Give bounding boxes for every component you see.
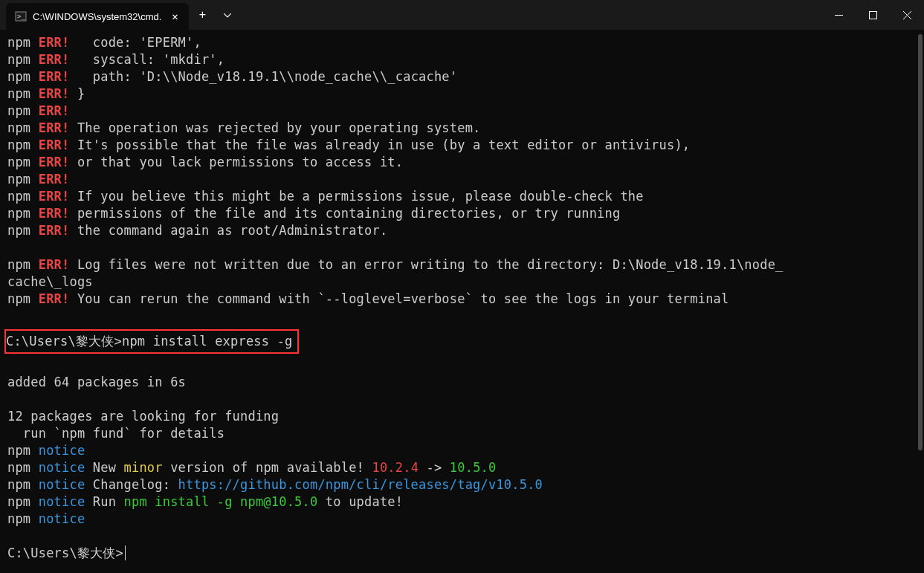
prompt-text: C:\Users\黎大侠> xyxy=(6,334,122,349)
minor-word: minor xyxy=(124,460,163,475)
terminal-line: npm ERR! the command again as root/Admin… xyxy=(7,222,917,239)
terminal-line: npm ERR! syscall: 'mkdir', xyxy=(7,51,917,68)
terminal-line: npm ERR! or that you lack permissions to… xyxy=(7,154,917,171)
terminal-line: run `npm fund` for details xyxy=(7,425,917,442)
window-titlebar: >_ C:\WINDOWS\system32\cmd. ✕ + xyxy=(0,0,924,30)
terminal-line: npm ERR! You can rerun the command with … xyxy=(7,291,917,308)
new-tab-button[interactable]: + xyxy=(189,8,216,22)
cmd-icon: >_ xyxy=(15,10,27,22)
maximize-button[interactable] xyxy=(856,0,890,30)
terminal-line xyxy=(7,391,917,408)
terminal-line: cache\_logs xyxy=(7,273,917,291)
install-command: npm install -g npm@10.5.0 xyxy=(124,494,318,509)
window-controls xyxy=(821,0,924,30)
svg-text:>_: >_ xyxy=(17,13,25,20)
vertical-scrollbar[interactable] xyxy=(918,34,923,450)
terminal-line: npm ERR! } xyxy=(7,85,917,103)
terminal-line: npm ERR! path: 'D:\\Node_v18.19.1\\node_… xyxy=(7,68,917,85)
minimize-button[interactable] xyxy=(821,0,856,30)
tab-title-text: C:\WINDOWS\system32\cmd. xyxy=(33,11,161,22)
notice-text: version of npm available! xyxy=(163,460,372,475)
terminal-line: npm ERR! It's possible that the file was… xyxy=(7,137,917,154)
changelog-url: https://github.com/npm/cli/releases/tag/… xyxy=(178,477,543,492)
command-text: npm install express -g xyxy=(122,334,293,349)
notice-blank xyxy=(85,443,92,458)
notice-text: New xyxy=(85,460,123,475)
terminal-line: added 64 packages in 6s xyxy=(7,374,917,391)
new-version: 10.5.0 xyxy=(450,460,497,475)
arrow-text: -> xyxy=(419,460,450,475)
notice-text: Run xyxy=(85,494,123,509)
terminal-line: npm ERR! xyxy=(7,171,917,188)
close-window-button[interactable] xyxy=(890,0,924,30)
terminal-line: npm ERR! If you believe this might be a … xyxy=(7,188,917,205)
svg-rect-3 xyxy=(869,11,876,19)
terminal-line: npm ERR! Log files were not written due … xyxy=(7,256,917,273)
notice-blank xyxy=(85,511,92,526)
terminal-line: npm ERR! permissions of the file and its… xyxy=(7,205,917,222)
terminal-output[interactable]: npm ERR! code: 'EPERM',npm ERR! syscall:… xyxy=(0,30,924,566)
cursor xyxy=(125,546,126,560)
terminal-tab[interactable]: >_ C:\WINDOWS\system32\cmd. ✕ xyxy=(6,3,189,30)
terminal-line: npm ERR! code: 'EPERM', xyxy=(7,34,917,51)
final-prompt: C:\Users\黎大侠> xyxy=(7,546,123,560)
command-highlight-box: C:\Users\黎大侠>npm install express -g xyxy=(4,329,299,354)
tab-dropdown-button[interactable] xyxy=(216,11,239,19)
old-version: 10.2.4 xyxy=(372,460,419,475)
notice-text: to update! xyxy=(317,494,403,509)
terminal-line: npm ERR! xyxy=(7,103,917,120)
tab-close-button[interactable]: ✕ xyxy=(167,10,182,23)
terminal-line: 12 packages are looking for funding xyxy=(7,408,917,425)
notice-text: Changelog: xyxy=(85,477,178,492)
terminal-line: npm ERR! The operation was rejected by y… xyxy=(7,120,917,137)
